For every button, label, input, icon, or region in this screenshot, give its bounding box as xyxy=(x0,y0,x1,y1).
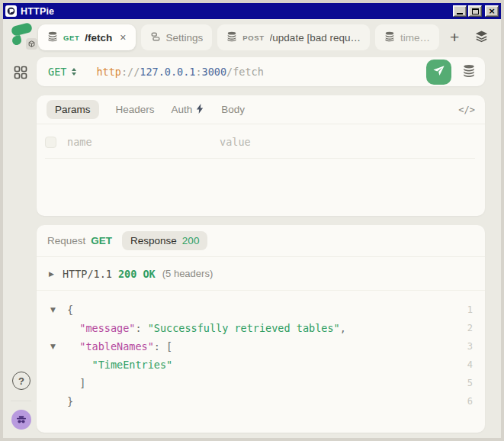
tab-time[interactable]: time… xyxy=(375,24,439,50)
param-row xyxy=(37,124,485,148)
tab-headers[interactable]: Headers xyxy=(116,104,155,115)
tab-request[interactable]: Request GET xyxy=(47,235,112,246)
tab-title: /fetch xyxy=(85,32,112,43)
code-line: ▼ "tableNames": [ 3 xyxy=(37,337,485,356)
param-name-input[interactable] xyxy=(67,136,209,148)
collapse-node-icon[interactable]: ▼ xyxy=(50,343,67,350)
httpie-logo-icon xyxy=(11,22,33,37)
tab-title: time… xyxy=(400,32,430,43)
line-number: 6 xyxy=(467,396,473,407)
collapse-node-icon[interactable]: ▼ xyxy=(50,306,67,314)
window-title: HTTPie xyxy=(21,6,54,17)
help-icon[interactable]: ? xyxy=(12,372,30,390)
method-label: GET xyxy=(48,66,66,78)
response-panel: Request GET Response 200 ▶ HTTP/1.1 200 … xyxy=(37,225,485,433)
status-badge: 200 xyxy=(182,235,200,246)
send-button[interactable] xyxy=(426,60,451,85)
apps-grid-icon[interactable] xyxy=(13,65,28,83)
code-line: } 6 xyxy=(37,392,485,410)
user-avatar[interactable] xyxy=(11,410,31,430)
maximize-button[interactable] xyxy=(468,5,482,17)
close-button[interactable]: × xyxy=(485,5,499,17)
httpie-logo xyxy=(10,22,35,47)
httpie-window-icon xyxy=(5,5,17,17)
code-line: "TimeEntries" 4 xyxy=(37,356,485,374)
tab-settings[interactable]: Settings xyxy=(141,24,213,50)
minimize-button[interactable] xyxy=(453,5,467,17)
tab-title: Settings xyxy=(166,32,204,43)
tab-title: /update [bad requ… xyxy=(270,32,361,43)
tab-response[interactable]: Response 200 xyxy=(122,231,207,250)
window-controls: × xyxy=(453,5,499,17)
sidebar-divider xyxy=(11,401,31,401)
code-line: "message": "Successfully retrieved table… xyxy=(37,319,485,337)
response-body: ▼ { 1 "message": "Successfully retrieved… xyxy=(37,291,485,410)
database-icon xyxy=(47,31,58,44)
method-dropdown-icon xyxy=(72,68,76,76)
collapse-headers-icon[interactable]: ▶ xyxy=(49,270,54,278)
headers-count-label: (5 headers) xyxy=(162,268,213,279)
tab-close-icon[interactable]: × xyxy=(120,31,126,43)
param-enable-checkbox[interactable] xyxy=(45,137,56,148)
line-number: 5 xyxy=(467,378,473,388)
status-code-label: 200 OK xyxy=(118,268,156,280)
response-panel-tabs: Request GET Response 200 xyxy=(37,225,485,257)
minimize-icon xyxy=(457,13,463,14)
new-tab-button[interactable]: + xyxy=(445,28,464,47)
workspace-badge-icon[interactable] xyxy=(26,38,37,50)
paper-plane-icon xyxy=(432,64,445,79)
line-number: 3 xyxy=(467,341,473,352)
database-icon xyxy=(226,31,237,44)
request-panel-tabs: Params Headers Auth Body </> xyxy=(37,95,485,124)
titlebar[interactable]: HTTPie × xyxy=(3,3,501,19)
tab-stack-icon[interactable] xyxy=(470,27,493,47)
lightning-icon xyxy=(196,104,204,116)
tab-get-fetch[interactable]: GET /fetch × xyxy=(38,24,136,50)
param-row-divider xyxy=(45,158,475,159)
param-value-input[interactable] xyxy=(220,136,475,148)
response-status-line: ▶ HTTP/1.1 200 OK (5 headers) xyxy=(37,257,485,291)
code-line: ▼ { 1 xyxy=(37,301,485,319)
url-input[interactable]: http://127.0.0.1:3000/fetch xyxy=(96,66,264,78)
code-line: ] 5 xyxy=(37,374,485,392)
settings-icon xyxy=(150,31,161,44)
httpie-window: HTTPie × ? GET /fetch xyxy=(0,0,504,441)
app-content: ? GET /fetch × Settings POST /update [ba… xyxy=(3,19,501,438)
close-icon: × xyxy=(488,7,495,15)
database-icon xyxy=(384,31,395,44)
tab-method-label: POST xyxy=(242,34,264,42)
request-bar: GET http://127.0.0.1:3000/fetch xyxy=(37,57,485,86)
maximize-icon xyxy=(472,8,479,14)
request-options-icon[interactable] xyxy=(461,63,477,82)
line-number: 4 xyxy=(467,359,473,370)
protocol-label: HTTP/1.1 xyxy=(63,268,112,280)
line-number: 2 xyxy=(467,323,473,333)
tab-body[interactable]: Body xyxy=(221,104,245,115)
code-view-icon[interactable]: </> xyxy=(458,105,475,115)
tab-params[interactable]: Params xyxy=(47,100,99,119)
line-number: 1 xyxy=(467,304,473,315)
method-selector[interactable]: GET xyxy=(48,66,76,78)
tab-strip: GET /fetch × Settings POST /update [bad … xyxy=(38,24,493,51)
tab-post-update[interactable]: POST /update [bad requ… xyxy=(217,24,370,50)
request-panel: Params Headers Auth Body </> xyxy=(37,95,485,216)
tab-method-label: GET xyxy=(63,34,79,42)
tab-auth[interactable]: Auth xyxy=(172,104,205,116)
